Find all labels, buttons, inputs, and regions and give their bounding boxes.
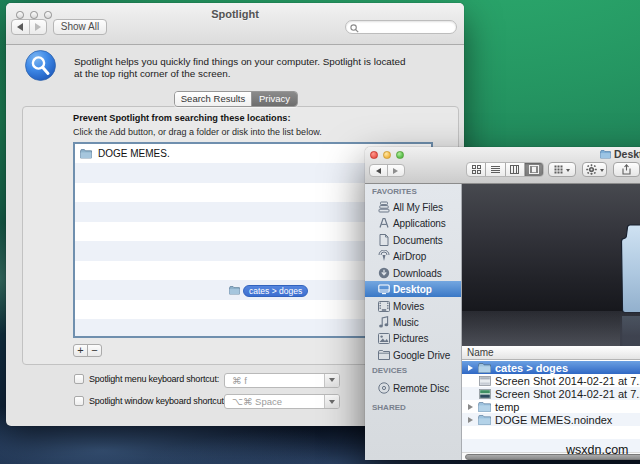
forward-arrow-icon: [35, 23, 41, 31]
spotlight-window-shortcut-select[interactable]: ⌥⌘ Space: [224, 394, 340, 409]
action-menu-button[interactable]: [582, 162, 607, 177]
list-edit-buttons: + −: [73, 344, 102, 357]
shortcut-label: Spotlight menu keyboard shortcut:: [89, 374, 219, 384]
coverflow-view-button[interactable]: [524, 163, 543, 176]
finder-window-title: Desktop: [600, 148, 640, 160]
list-view-button[interactable]: [485, 163, 504, 176]
downloads-icon: [377, 267, 390, 279]
sidebar-item-airdrop[interactable]: AirDrop: [365, 248, 461, 264]
tab-search-results[interactable]: Search Results: [175, 92, 251, 106]
file-row-temp[interactable]: temp: [462, 400, 640, 413]
forward-button[interactable]: [387, 165, 405, 176]
back-button[interactable]: [370, 165, 387, 176]
no-disclosure: [468, 391, 476, 397]
finder-titlebar[interactable]: Desktop: [365, 147, 640, 184]
finder-content: FAVORITES All My Files Applications: [365, 184, 640, 460]
sidebar-item-all-my-files[interactable]: All My Files: [365, 199, 461, 215]
back-button[interactable]: [12, 20, 29, 34]
location-label: DOGE MEMES.: [98, 148, 170, 159]
list-header[interactable]: Name: [462, 346, 640, 360]
coverflow-reflection-fade: [620, 312, 640, 346]
airdrop-icon: [377, 250, 390, 262]
sidebar-section-devices: DEVICES: [372, 366, 407, 375]
dropdown-button[interactable]: [324, 395, 339, 408]
forward-button[interactable]: [29, 20, 47, 34]
spotlight-window-shortcut-checkbox[interactable]: [74, 396, 84, 406]
back-forward-control: [11, 19, 47, 35]
column-view-button[interactable]: [505, 163, 524, 176]
folder-icon: [229, 286, 240, 295]
folder-icon: [478, 402, 491, 412]
shortcut-value: ⌘ f: [225, 374, 324, 387]
search-icon: [350, 24, 359, 33]
sidebar-item-movies[interactable]: Movies: [365, 298, 461, 314]
sidebar-item-google-drive[interactable]: Google Drive: [365, 347, 461, 363]
file-row-cates-doges[interactable]: cates > doges: [462, 361, 640, 374]
chevron-down-icon: [566, 169, 570, 174]
remove-location-button[interactable]: −: [87, 344, 102, 357]
drag-label-pill: cates > doges: [243, 285, 308, 297]
music-icon: [377, 316, 390, 328]
all-my-files-icon: [377, 201, 390, 213]
show-all-button[interactable]: Show All: [53, 19, 107, 35]
coverflow-floor: [462, 311, 640, 346]
empty-row: [462, 426, 640, 439]
sidebar-item-music[interactable]: Music: [365, 314, 461, 330]
folder-icon: [600, 150, 611, 159]
disclosure-triangle-icon[interactable]: [468, 417, 476, 423]
view-mode-segmented-control: [466, 162, 544, 177]
documents-icon: [377, 234, 390, 246]
gear-icon: [586, 164, 597, 175]
no-disclosure: [468, 378, 476, 384]
spotlight-menu-shortcut-checkbox[interactable]: [74, 374, 84, 384]
add-location-button[interactable]: +: [73, 344, 88, 357]
dropdown-button[interactable]: [324, 374, 339, 387]
shortcut-row-menu: Spotlight menu keyboard shortcut:: [74, 374, 219, 384]
screenshot-file-icon: [478, 389, 491, 399]
folder-icon: [80, 149, 92, 159]
file-row-screenshot-2[interactable]: Screen Shot 2014-02-21 at 7.14.40: [462, 387, 640, 400]
description-line-1: Spotlight helps you quickly find things …: [74, 56, 406, 68]
disclosure-triangle-icon[interactable]: [468, 404, 476, 410]
close-button[interactable]: [370, 151, 378, 159]
tab-privacy[interactable]: Privacy: [251, 92, 297, 106]
watermark: wsxdn.com: [566, 443, 629, 457]
tab-bar: Search Results Privacy: [174, 91, 298, 107]
file-list: cates > doges Screen Shot 2014-02-21 at …: [462, 361, 640, 452]
coverflow-preview: [462, 184, 640, 346]
sidebar-item-pictures[interactable]: Pictures: [365, 330, 461, 346]
spotlight-app-icon: [25, 50, 56, 85]
file-row-screenshot-1[interactable]: Screen Shot 2014-02-21 at 7.14.52: [462, 374, 640, 387]
spotlight-menu-shortcut-select[interactable]: ⌘ f: [224, 373, 340, 388]
coverflow-folder-preview: [620, 224, 640, 317]
zoom-button[interactable]: [396, 151, 404, 159]
search-input[interactable]: [345, 20, 457, 34]
share-button[interactable]: [613, 162, 640, 177]
sidebar-item-applications[interactable]: Applications: [365, 215, 461, 231]
column-header-name[interactable]: Name: [467, 347, 494, 358]
minimize-button[interactable]: [383, 151, 391, 159]
back-arrow-icon: [17, 23, 23, 31]
icon-view-icon: [472, 165, 481, 174]
share-icon: [621, 164, 632, 175]
chevron-down-icon: [329, 378, 335, 385]
coverflow-view-icon: [529, 165, 539, 174]
column-view-icon: [510, 165, 519, 174]
sidebar-item-desktop[interactable]: Desktop: [365, 281, 461, 297]
description-line-2: at the top right corner of the screen.: [74, 68, 406, 80]
shortcut-label: Spotlight window keyboard shortcut:: [89, 396, 226, 406]
spotlight-titlebar[interactable]: Spotlight Show All: [6, 3, 464, 45]
desktop-wallpaper: Spotlight Show All: [0, 0, 640, 464]
arrange-icon: [554, 165, 563, 174]
chevron-down-icon: [329, 400, 335, 407]
file-row-doge-memes[interactable]: DOGE MEMES.noindex: [462, 413, 640, 426]
sidebar-item-documents[interactable]: Documents: [365, 232, 461, 248]
arrange-menu-button[interactable]: [548, 162, 576, 177]
sidebar-item-remote-disc[interactable]: Remote Disc: [365, 380, 461, 396]
dragged-folder[interactable]: cates > doges: [229, 285, 308, 297]
disclosure-triangle-icon[interactable]: [468, 365, 476, 371]
sidebar-item-downloads[interactable]: Downloads: [365, 265, 461, 281]
icon-view-button[interactable]: [467, 163, 485, 176]
sidebar-section-shared: SHARED: [372, 403, 406, 412]
shortcut-row-window: Spotlight window keyboard shortcut:: [74, 396, 226, 406]
